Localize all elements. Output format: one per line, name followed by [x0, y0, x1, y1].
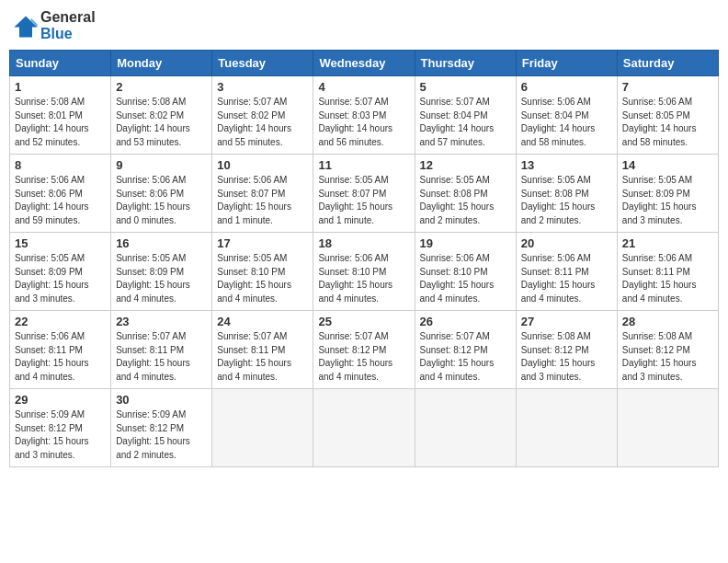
weekday-header-tuesday: Tuesday — [212, 51, 313, 76]
logo: General Blue — [13, 9, 96, 42]
calendar-cell: 13Sunrise: 5:05 AMSunset: 8:08 PMDayligh… — [516, 155, 617, 233]
calendar-cell: 8Sunrise: 5:06 AMSunset: 8:06 PMDaylight… — [10, 155, 111, 233]
weekday-header-row: SundayMondayTuesdayWednesdayThursdayFrid… — [10, 51, 719, 76]
day-info: Sunrise: 5:08 AMSunset: 8:01 PMDaylight:… — [15, 96, 106, 149]
day-number: 15 — [15, 236, 106, 250]
day-info: Sunrise: 5:09 AMSunset: 8:12 PMDaylight:… — [116, 408, 207, 462]
week-row-1: 1Sunrise: 5:08 AMSunset: 8:01 PMDaylight… — [10, 76, 719, 155]
calendar-cell: 12Sunrise: 5:05 AMSunset: 8:08 PMDayligh… — [415, 155, 516, 233]
day-number: 5 — [420, 80, 511, 94]
day-info: Sunrise: 5:05 AMSunset: 8:09 PMDaylight:… — [15, 252, 106, 305]
day-number: 22 — [15, 315, 106, 328]
day-number: 14 — [622, 158, 713, 172]
day-info: Sunrise: 5:06 AMSunset: 8:11 PMDaylight:… — [521, 252, 612, 305]
day-number: 26 — [420, 315, 511, 328]
calendar-cell: 20Sunrise: 5:06 AMSunset: 8:11 PMDayligh… — [516, 233, 617, 311]
day-info: Sunrise: 5:06 AMSunset: 8:10 PMDaylight:… — [420, 252, 511, 305]
day-info: Sunrise: 5:05 AMSunset: 8:09 PMDaylight:… — [116, 252, 207, 305]
weekday-header-saturday: Saturday — [617, 51, 718, 76]
calendar-cell: 9Sunrise: 5:06 AMSunset: 8:06 PMDaylight… — [111, 155, 212, 233]
day-number: 10 — [217, 158, 308, 172]
calendar-cell: 11Sunrise: 5:05 AMSunset: 8:07 PMDayligh… — [313, 155, 415, 233]
day-info: Sunrise: 5:06 AMSunset: 8:06 PMDaylight:… — [116, 174, 207, 227]
day-number: 3 — [217, 80, 308, 94]
week-row-2: 8Sunrise: 5:06 AMSunset: 8:06 PMDaylight… — [10, 155, 719, 233]
day-info: Sunrise: 5:06 AMSunset: 8:06 PMDaylight:… — [15, 174, 106, 227]
calendar-cell: 14Sunrise: 5:05 AMSunset: 8:09 PMDayligh… — [617, 155, 718, 233]
day-number: 12 — [420, 158, 511, 172]
day-number: 17 — [217, 236, 308, 250]
calendar-cell: 30Sunrise: 5:09 AMSunset: 8:12 PMDayligh… — [111, 389, 212, 467]
day-number: 9 — [116, 158, 207, 172]
day-info: Sunrise: 5:09 AMSunset: 8:12 PMDaylight:… — [15, 408, 106, 462]
weekday-header-friday: Friday — [516, 51, 617, 76]
calendar-cell: 26Sunrise: 5:07 AMSunset: 8:12 PMDayligh… — [415, 311, 516, 389]
calendar-cell: 18Sunrise: 5:06 AMSunset: 8:10 PMDayligh… — [313, 233, 415, 311]
calendar-cell: 24Sunrise: 5:07 AMSunset: 8:11 PMDayligh… — [212, 311, 313, 389]
day-info: Sunrise: 5:08 AMSunset: 8:12 PMDaylight:… — [622, 330, 713, 384]
week-row-5: 29Sunrise: 5:09 AMSunset: 8:12 PMDayligh… — [10, 389, 719, 467]
calendar-cell: 15Sunrise: 5:05 AMSunset: 8:09 PMDayligh… — [10, 233, 111, 311]
day-number: 25 — [318, 315, 409, 328]
day-info: Sunrise: 5:07 AMSunset: 8:04 PMDaylight:… — [420, 96, 511, 149]
day-number: 18 — [318, 236, 409, 250]
logo-icon — [13, 13, 39, 39]
logo-blue-text: Blue — [40, 26, 73, 41]
day-info: Sunrise: 5:07 AMSunset: 8:11 PMDaylight:… — [116, 330, 207, 384]
calendar-cell: 6Sunrise: 5:06 AMSunset: 8:04 PMDaylight… — [516, 76, 617, 155]
day-number: 2 — [116, 80, 207, 94]
calendar-cell: 1Sunrise: 5:08 AMSunset: 8:01 PMDaylight… — [10, 76, 111, 155]
day-number: 21 — [622, 236, 713, 250]
calendar-cell: 4Sunrise: 5:07 AMSunset: 8:03 PMDaylight… — [313, 76, 415, 155]
weekday-header-wednesday: Wednesday — [313, 51, 415, 76]
day-info: Sunrise: 5:06 AMSunset: 8:07 PMDaylight:… — [217, 174, 308, 227]
day-number: 30 — [116, 393, 207, 407]
day-number: 23 — [116, 315, 207, 328]
day-info: Sunrise: 5:08 AMSunset: 8:02 PMDaylight:… — [116, 96, 207, 149]
weekday-header-thursday: Thursday — [415, 51, 516, 76]
day-info: Sunrise: 5:05 AMSunset: 8:08 PMDaylight:… — [521, 174, 612, 227]
day-info: Sunrise: 5:07 AMSunset: 8:12 PMDaylight:… — [318, 330, 409, 384]
weekday-header-monday: Monday — [111, 51, 212, 76]
calendar-cell: 27Sunrise: 5:08 AMSunset: 8:12 PMDayligh… — [516, 311, 617, 389]
day-number: 28 — [622, 315, 713, 328]
page-header: General Blue — [9, 9, 719, 42]
day-number: 6 — [521, 80, 612, 94]
calendar-cell: 17Sunrise: 5:05 AMSunset: 8:10 PMDayligh… — [212, 233, 313, 311]
day-number: 4 — [318, 80, 409, 94]
calendar-cell: 16Sunrise: 5:05 AMSunset: 8:09 PMDayligh… — [111, 233, 212, 311]
day-number: 16 — [116, 236, 207, 250]
calendar-cell: 21Sunrise: 5:06 AMSunset: 8:11 PMDayligh… — [617, 233, 718, 311]
calendar-cell — [313, 389, 415, 467]
day-number: 11 — [318, 158, 409, 172]
calendar-cell: 7Sunrise: 5:06 AMSunset: 8:05 PMDaylight… — [617, 76, 718, 155]
calendar-cell: 2Sunrise: 5:08 AMSunset: 8:02 PMDaylight… — [111, 76, 212, 155]
day-number: 29 — [15, 393, 106, 407]
day-info: Sunrise: 5:07 AMSunset: 8:02 PMDaylight:… — [217, 96, 308, 149]
week-row-3: 15Sunrise: 5:05 AMSunset: 8:09 PMDayligh… — [10, 233, 719, 311]
day-info: Sunrise: 5:05 AMSunset: 8:07 PMDaylight:… — [318, 174, 409, 227]
calendar-cell: 19Sunrise: 5:06 AMSunset: 8:10 PMDayligh… — [415, 233, 516, 311]
logo-general-text: General — [40, 9, 96, 25]
calendar-cell — [212, 389, 313, 467]
calendar-cell: 29Sunrise: 5:09 AMSunset: 8:12 PMDayligh… — [10, 389, 111, 467]
day-number: 19 — [420, 236, 511, 250]
weekday-header-sunday: Sunday — [10, 51, 111, 76]
calendar-cell — [516, 389, 617, 467]
day-info: Sunrise: 5:07 AMSunset: 8:11 PMDaylight:… — [217, 330, 308, 384]
day-info: Sunrise: 5:06 AMSunset: 8:04 PMDaylight:… — [521, 96, 612, 149]
calendar-table: SundayMondayTuesdayWednesdayThursdayFrid… — [9, 50, 719, 467]
day-number: 7 — [622, 80, 713, 94]
day-info: Sunrise: 5:07 AMSunset: 8:03 PMDaylight:… — [318, 96, 409, 149]
day-info: Sunrise: 5:05 AMSunset: 8:08 PMDaylight:… — [420, 174, 511, 227]
day-number: 13 — [521, 158, 612, 172]
day-info: Sunrise: 5:06 AMSunset: 8:05 PMDaylight:… — [622, 96, 713, 149]
day-info: Sunrise: 5:06 AMSunset: 8:10 PMDaylight:… — [318, 252, 409, 305]
calendar-cell: 10Sunrise: 5:06 AMSunset: 8:07 PMDayligh… — [212, 155, 313, 233]
day-info: Sunrise: 5:07 AMSunset: 8:12 PMDaylight:… — [420, 330, 511, 384]
calendar-cell: 3Sunrise: 5:07 AMSunset: 8:02 PMDaylight… — [212, 76, 313, 155]
day-info: Sunrise: 5:08 AMSunset: 8:12 PMDaylight:… — [521, 330, 612, 384]
calendar-cell: 28Sunrise: 5:08 AMSunset: 8:12 PMDayligh… — [617, 311, 718, 389]
day-info: Sunrise: 5:06 AMSunset: 8:11 PMDaylight:… — [15, 330, 106, 384]
calendar-cell — [415, 389, 516, 467]
